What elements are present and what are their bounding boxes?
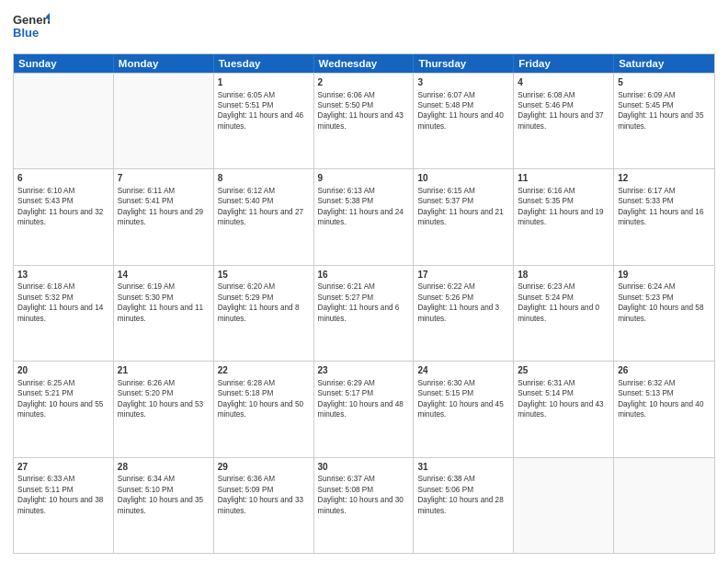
cal-cell: 20Sunrise: 6:25 AMSunset: 5:21 PMDayligh… bbox=[14, 362, 114, 456]
cal-cell: 28Sunrise: 6:34 AMSunset: 5:10 PMDayligh… bbox=[114, 458, 214, 553]
calendar: SundayMondayTuesdayWednesdayThursdayFrid… bbox=[13, 53, 715, 554]
cal-cell: 1Sunrise: 6:05 AMSunset: 5:51 PMDaylight… bbox=[214, 74, 314, 168]
cell-content: Sunrise: 6:22 AMSunset: 5:26 PMDaylight:… bbox=[417, 282, 499, 322]
cell-content: Sunrise: 6:31 AMSunset: 5:14 PMDaylight:… bbox=[518, 379, 603, 419]
day-number: 14 bbox=[118, 269, 210, 282]
cell-content: Sunrise: 6:34 AMSunset: 5:10 PMDaylight:… bbox=[118, 475, 203, 514]
cell-content: Sunrise: 6:21 AMSunset: 5:27 PMDaylight:… bbox=[318, 282, 400, 322]
week-row-2: 6Sunrise: 6:10 AMSunset: 5:43 PMDaylight… bbox=[14, 168, 714, 264]
day-number: 16 bbox=[318, 269, 410, 282]
cell-content: Sunrise: 6:24 AMSunset: 5:23 PMDaylight:… bbox=[618, 282, 703, 322]
day-number: 24 bbox=[417, 364, 509, 377]
day-number: 3 bbox=[417, 76, 509, 89]
cal-cell: 8Sunrise: 6:12 AMSunset: 5:40 PMDaylight… bbox=[214, 169, 314, 264]
cell-content: Sunrise: 6:09 AMSunset: 5:45 PMDaylight:… bbox=[618, 91, 703, 131]
week-row-3: 13Sunrise: 6:18 AMSunset: 5:32 PMDayligh… bbox=[14, 265, 714, 361]
day-number: 15 bbox=[218, 269, 310, 282]
cell-content: Sunrise: 6:08 AMSunset: 5:46 PMDaylight:… bbox=[518, 91, 603, 131]
cal-cell bbox=[514, 458, 614, 553]
cell-content: Sunrise: 6:06 AMSunset: 5:50 PMDaylight:… bbox=[318, 91, 404, 131]
day-number: 11 bbox=[518, 172, 609, 185]
cell-content: Sunrise: 6:16 AMSunset: 5:35 PMDaylight:… bbox=[518, 187, 603, 226]
calendar-header: SundayMondayTuesdayWednesdayThursdayFrid… bbox=[14, 54, 714, 73]
cal-cell: 11Sunrise: 6:16 AMSunset: 5:35 PMDayligh… bbox=[514, 169, 614, 264]
day-header-sunday: Sunday bbox=[14, 54, 114, 73]
day-number: 25 bbox=[518, 364, 609, 377]
cal-cell: 9Sunrise: 6:13 AMSunset: 5:38 PMDaylight… bbox=[314, 169, 415, 264]
cell-content: Sunrise: 6:28 AMSunset: 5:18 PMDaylight:… bbox=[218, 379, 303, 419]
cell-content: Sunrise: 6:23 AMSunset: 5:24 PMDaylight:… bbox=[518, 282, 599, 322]
cell-content: Sunrise: 6:25 AMSunset: 5:21 PMDaylight:… bbox=[17, 379, 103, 419]
cal-cell: 17Sunrise: 6:22 AMSunset: 5:26 PMDayligh… bbox=[414, 266, 514, 361]
cell-content: Sunrise: 6:07 AMSunset: 5:48 PMDaylight:… bbox=[417, 91, 503, 131]
svg-text:Blue: Blue bbox=[13, 26, 39, 40]
cal-cell: 25Sunrise: 6:31 AMSunset: 5:14 PMDayligh… bbox=[514, 362, 614, 456]
cell-content: Sunrise: 6:33 AMSunset: 5:11 PMDaylight:… bbox=[17, 475, 103, 514]
day-header-tuesday: Tuesday bbox=[214, 54, 314, 73]
day-number: 7 bbox=[118, 172, 210, 185]
day-header-friday: Friday bbox=[514, 54, 614, 73]
cal-cell: 5Sunrise: 6:09 AMSunset: 5:45 PMDaylight… bbox=[614, 74, 714, 168]
day-number: 29 bbox=[218, 461, 310, 474]
logo-icon: General Blue bbox=[13, 9, 50, 44]
cell-content: Sunrise: 6:37 AMSunset: 5:08 PMDaylight:… bbox=[318, 475, 404, 514]
day-number: 31 bbox=[417, 461, 509, 474]
day-number: 22 bbox=[218, 364, 310, 377]
week-row-5: 27Sunrise: 6:33 AMSunset: 5:11 PMDayligh… bbox=[14, 457, 714, 553]
day-number: 10 bbox=[417, 172, 509, 185]
cal-cell: 15Sunrise: 6:20 AMSunset: 5:29 PMDayligh… bbox=[214, 266, 314, 361]
day-number: 19 bbox=[618, 269, 711, 282]
day-number: 28 bbox=[118, 461, 210, 474]
page: General Blue SundayMondayTuesdayWednesda… bbox=[0, 0, 728, 563]
cell-content: Sunrise: 6:15 AMSunset: 5:37 PMDaylight:… bbox=[417, 187, 503, 226]
cal-cell: 23Sunrise: 6:29 AMSunset: 5:17 PMDayligh… bbox=[314, 362, 415, 456]
day-number: 30 bbox=[318, 461, 410, 474]
day-number: 18 bbox=[518, 269, 609, 282]
cal-cell bbox=[614, 458, 714, 553]
cal-cell: 7Sunrise: 6:11 AMSunset: 5:41 PMDaylight… bbox=[114, 169, 214, 264]
day-number: 26 bbox=[618, 364, 711, 377]
cell-content: Sunrise: 6:13 AMSunset: 5:38 PMDaylight:… bbox=[318, 187, 404, 226]
day-number: 12 bbox=[618, 172, 711, 185]
day-header-monday: Monday bbox=[114, 54, 214, 73]
day-number: 8 bbox=[218, 172, 310, 185]
cal-cell: 4Sunrise: 6:08 AMSunset: 5:46 PMDaylight… bbox=[514, 74, 614, 168]
day-number: 2 bbox=[318, 76, 410, 89]
cal-cell: 18Sunrise: 6:23 AMSunset: 5:24 PMDayligh… bbox=[514, 266, 614, 361]
svg-text:General: General bbox=[13, 13, 50, 27]
cell-content: Sunrise: 6:12 AMSunset: 5:40 PMDaylight:… bbox=[218, 187, 303, 226]
cell-content: Sunrise: 6:10 AMSunset: 5:43 PMDaylight:… bbox=[17, 187, 103, 226]
cal-cell: 3Sunrise: 6:07 AMSunset: 5:48 PMDaylight… bbox=[414, 74, 514, 168]
day-number: 1 bbox=[218, 76, 310, 89]
day-header-wednesday: Wednesday bbox=[314, 54, 415, 73]
cal-cell: 6Sunrise: 6:10 AMSunset: 5:43 PMDaylight… bbox=[14, 169, 114, 264]
day-number: 21 bbox=[118, 364, 210, 377]
calendar-body: 1Sunrise: 6:05 AMSunset: 5:51 PMDaylight… bbox=[14, 73, 714, 553]
cal-cell: 10Sunrise: 6:15 AMSunset: 5:37 PMDayligh… bbox=[414, 169, 514, 264]
cell-content: Sunrise: 6:29 AMSunset: 5:17 PMDaylight:… bbox=[318, 379, 404, 419]
day-number: 9 bbox=[318, 172, 410, 185]
day-number: 5 bbox=[618, 76, 711, 89]
cal-cell: 21Sunrise: 6:26 AMSunset: 5:20 PMDayligh… bbox=[114, 362, 214, 456]
cell-content: Sunrise: 6:05 AMSunset: 5:51 PMDaylight:… bbox=[218, 91, 303, 131]
cal-cell: 27Sunrise: 6:33 AMSunset: 5:11 PMDayligh… bbox=[14, 458, 114, 553]
logo: General Blue bbox=[13, 9, 50, 48]
cell-content: Sunrise: 6:17 AMSunset: 5:33 PMDaylight:… bbox=[618, 187, 703, 226]
cell-content: Sunrise: 6:26 AMSunset: 5:20 PMDaylight:… bbox=[118, 379, 203, 419]
day-number: 13 bbox=[17, 269, 109, 282]
cal-cell bbox=[114, 74, 214, 168]
cell-content: Sunrise: 6:30 AMSunset: 5:15 PMDaylight:… bbox=[417, 379, 503, 419]
cal-cell: 2Sunrise: 6:06 AMSunset: 5:50 PMDaylight… bbox=[314, 74, 415, 168]
day-number: 4 bbox=[518, 76, 609, 89]
header: General Blue bbox=[13, 9, 715, 48]
cal-cell: 22Sunrise: 6:28 AMSunset: 5:18 PMDayligh… bbox=[214, 362, 314, 456]
day-number: 6 bbox=[17, 172, 109, 185]
cell-content: Sunrise: 6:11 AMSunset: 5:41 PMDaylight:… bbox=[118, 187, 203, 226]
cell-content: Sunrise: 6:32 AMSunset: 5:13 PMDaylight:… bbox=[618, 379, 703, 419]
cal-cell: 14Sunrise: 6:19 AMSunset: 5:30 PMDayligh… bbox=[114, 266, 214, 361]
day-number: 20 bbox=[17, 364, 109, 377]
week-row-4: 20Sunrise: 6:25 AMSunset: 5:21 PMDayligh… bbox=[14, 361, 714, 456]
week-row-1: 1Sunrise: 6:05 AMSunset: 5:51 PMDaylight… bbox=[14, 73, 714, 168]
cal-cell: 19Sunrise: 6:24 AMSunset: 5:23 PMDayligh… bbox=[614, 266, 714, 361]
day-number: 23 bbox=[318, 364, 410, 377]
